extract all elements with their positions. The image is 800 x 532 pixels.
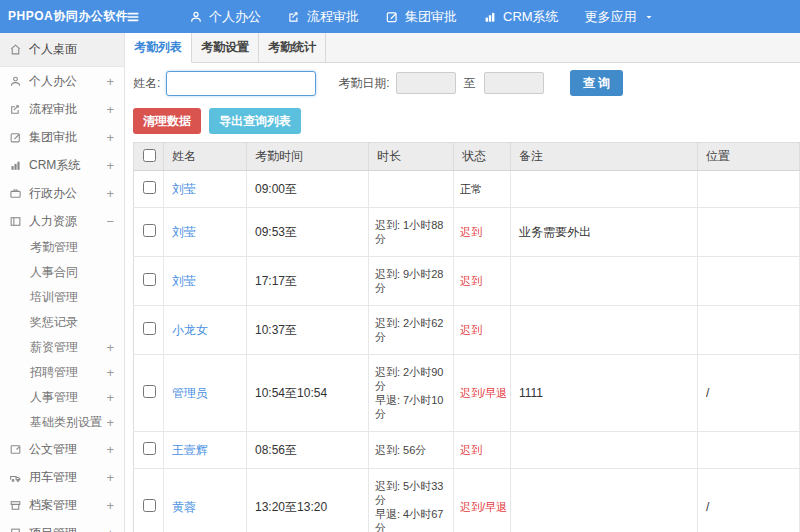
date-to-input[interactable] [484, 72, 544, 94]
topnav-label: CRM系统 [503, 8, 559, 26]
table-row: 刘莹 09:00至 正常 [134, 171, 800, 208]
table-header-row: 姓名 考勤时间 时长 状态 备注 位置 [134, 143, 800, 171]
sidebar-subitem-personnel-mgmt[interactable]: 人事管理 + [0, 385, 124, 410]
sidebar-item-doc-mgmt[interactable]: 公文管理 + [0, 435, 124, 463]
sidebar-subitem-label: 奖惩记录 [30, 314, 114, 331]
attendance-time-cell: 08:56至 [247, 432, 369, 469]
status-cell: 迟到/早退 [454, 469, 511, 532]
date-from-input[interactable] [396, 72, 456, 94]
row-checkbox[interactable] [143, 385, 156, 398]
employee-name-link[interactable]: 黄蓉 [172, 500, 196, 514]
sidebar-item-vehicle-mgmt[interactable]: 用车管理 + [0, 463, 124, 491]
expand-toggle[interactable]: + [106, 130, 114, 145]
row-checkbox[interactable] [143, 442, 156, 455]
sidebar-subitem-label: 招聘管理 [30, 364, 106, 381]
attendance-time-cell: 13:20至13:20 [247, 469, 369, 532]
query-button[interactable]: 查 询 [570, 70, 623, 96]
table-row: 王壹辉 08:56至 迟到: 56分 迟到 [134, 432, 800, 469]
row-checkbox[interactable] [143, 181, 156, 194]
col-remark: 备注 [511, 143, 698, 171]
name-input[interactable] [166, 71, 316, 96]
employee-name-link[interactable]: 刘莹 [172, 274, 196, 288]
location-cell [698, 257, 800, 306]
user-icon [9, 75, 22, 88]
status-cell: 迟到 [454, 306, 511, 355]
expand-toggle[interactable]: + [106, 498, 114, 513]
user-icon [189, 10, 203, 24]
sidebar: 个人桌面 个人办公 + 流程审批 + 集团审批 + CRM系统 + 行政办公 + [0, 33, 125, 532]
expand-toggle[interactable]: + [106, 158, 114, 173]
sidebar-subitem-label: 人事合同 [30, 264, 114, 281]
sidebar-subitem-hr-contract[interactable]: 人事合同 [0, 260, 124, 285]
flow-icon [287, 10, 301, 24]
name-label: 姓名: [133, 75, 160, 92]
tab-attendance-list[interactable]: 考勤列表 [125, 33, 192, 63]
row-checkbox[interactable] [143, 499, 156, 512]
sidebar-item-personal-office[interactable]: 个人办公 + [0, 67, 124, 95]
topnav-group-approval[interactable]: 集团审批 [385, 8, 457, 26]
expand-toggle[interactable]: − [106, 214, 114, 229]
expand-toggle[interactable]: + [106, 340, 114, 355]
expand-toggle[interactable]: + [106, 74, 114, 89]
employee-name-link[interactable]: 刘莹 [172, 182, 196, 196]
remark-cell: 业务需要外出 [511, 208, 698, 257]
sidebar-item-workflow-approval[interactable]: 流程审批 + [0, 95, 124, 123]
attendance-time-cell: 10:54至10:54 [247, 355, 369, 432]
duration-cell [369, 171, 454, 208]
sidebar-subitem-training-mgmt[interactable]: 培训管理 [0, 285, 124, 310]
sidebar-subitem-salary-mgmt[interactable]: 薪资管理 + [0, 335, 124, 360]
table-row: 小龙女 10:37至 迟到: 2小时62分 迟到 [134, 306, 800, 355]
sidebar-subitem-reward-record[interactable]: 奖惩记录 [0, 310, 124, 335]
row-checkbox[interactable] [143, 273, 156, 286]
col-duration: 时长 [369, 143, 454, 171]
topnav-crm[interactable]: CRM系统 [483, 8, 559, 26]
sidebar-item-hr[interactable]: 人力资源 − [0, 207, 124, 235]
row-checkbox[interactable] [143, 224, 156, 237]
status-cell: 迟到 [454, 432, 511, 469]
topnav-more-apps[interactable]: 更多应用 [585, 8, 655, 26]
topnav-workflow-approval[interactable]: 流程审批 [287, 8, 359, 26]
sidebar-subitem-attendance-mgmt[interactable]: 考勤管理 [0, 235, 124, 260]
expand-toggle[interactable]: + [106, 102, 114, 117]
employee-name-link[interactable]: 小龙女 [172, 323, 208, 337]
expand-toggle[interactable]: + [106, 442, 114, 457]
status-cell: 迟到 [454, 257, 511, 306]
tab-attendance-settings[interactable]: 考勤设置 [192, 33, 259, 62]
duration-cell: 迟到: 56分 [369, 432, 454, 469]
project-icon [9, 527, 22, 532]
sidebar-subitem-base-category-settings[interactable]: 基础类别设置 + [0, 410, 124, 435]
tab-attendance-stats[interactable]: 考勤统计 [259, 33, 326, 62]
sidebar-subitem-label: 基础类别设置 [30, 414, 106, 431]
sidebar-item-label: 项目管理 [29, 525, 106, 532]
topnav-personal-office[interactable]: 个人办公 [189, 8, 261, 26]
duration-cell: 迟到: 2小时62分 [369, 306, 454, 355]
location-cell: / [698, 469, 800, 532]
sidebar-item-admin-office[interactable]: 行政办公 + [0, 179, 124, 207]
expand-toggle[interactable]: + [106, 365, 114, 380]
col-status: 状态 [454, 143, 511, 171]
sidebar-item-archive-mgmt[interactable]: 档案管理 + [0, 491, 124, 519]
sidebar-subitem-recruit-mgmt[interactable]: 招聘管理 + [0, 360, 124, 385]
expand-toggle[interactable]: + [106, 415, 114, 430]
employee-name-link[interactable]: 刘莹 [172, 225, 196, 239]
employee-name-link[interactable]: 管理员 [172, 386, 208, 400]
expand-toggle[interactable]: + [106, 390, 114, 405]
sidebar-item-label: 人力资源 [29, 213, 106, 230]
expand-toggle[interactable]: + [106, 526, 114, 532]
employee-name-link[interactable]: 王壹辉 [172, 443, 208, 457]
topbar: PHPOA协同办公软件 个人办公 流程审批 集团审批 CRM系统 [0, 0, 800, 33]
expand-toggle[interactable]: + [106, 186, 114, 201]
expand-toggle[interactable]: + [106, 470, 114, 485]
remark-cell [511, 469, 698, 532]
clean-data-button[interactable]: 清理数据 [133, 108, 201, 134]
sidebar-item-group-approval[interactable]: 集团审批 + [0, 123, 124, 151]
col-location: 位置 [698, 143, 800, 171]
row-checkbox[interactable] [143, 322, 156, 335]
sidebar-subitem-label: 考勤管理 [30, 239, 114, 256]
select-all-checkbox[interactable] [143, 149, 156, 162]
menu-icon[interactable] [125, 9, 141, 25]
sidebar-item-crm[interactable]: CRM系统 + [0, 151, 124, 179]
export-list-button[interactable]: 导出查询列表 [209, 108, 301, 134]
sidebar-item-desktop[interactable]: 个人桌面 [0, 33, 124, 67]
sidebar-item-project-mgmt[interactable]: 项目管理 + [0, 519, 124, 532]
